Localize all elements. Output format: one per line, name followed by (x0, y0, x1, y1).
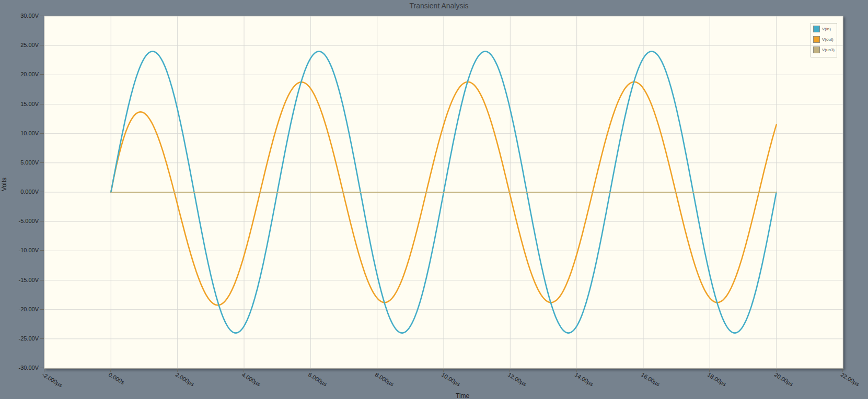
y-tick-mark (40, 45, 44, 45)
legend-item-v-out-[interactable]: V(out) (813, 36, 837, 43)
x-tick-label: 18.00µs (707, 371, 727, 388)
legend-item-v-in-[interactable]: V(in) (813, 26, 837, 32)
y-tick-mark (40, 221, 44, 221)
x-tick-label: -2.000µs (41, 371, 64, 388)
x-tick-label: 4.000µs (241, 371, 262, 388)
y-tick-label: 10.00V (0, 130, 39, 136)
x-tick-label: 2.000µs (174, 371, 195, 388)
y-tick-label: 15.00V (0, 101, 39, 107)
legend-item-v-un3-[interactable]: V(un3) (813, 46, 837, 53)
legend-swatch (813, 36, 820, 43)
y-tick-label: 25.00V (0, 42, 39, 48)
y-tick-mark (40, 192, 44, 192)
y-tick-mark (40, 162, 44, 163)
y-tick-label: -10.00V (0, 247, 39, 253)
legend-label: V(out) (822, 37, 834, 42)
y-tick-label: -20.00V (0, 306, 39, 312)
legend-label: V(un3) (822, 48, 835, 52)
y-tick-mark (40, 104, 44, 104)
x-tick-label: 6.000µs (307, 371, 328, 388)
y-tick-label: -5.000V (0, 218, 39, 224)
legend-swatch (813, 26, 820, 32)
y-tick-label: 0.000V (0, 189, 39, 195)
plot-area: V(in)V(out)V(un3) (44, 16, 843, 369)
x-axis-title: Time (456, 392, 469, 399)
x-tick-label: 12.00µs (507, 371, 528, 388)
y-tick-mark (40, 309, 44, 310)
grapher-window: { "title": "Transient Analysis", "colors… (0, 0, 868, 399)
legend-label: V(in) (822, 27, 831, 31)
chart-title: Transient Analysis (409, 2, 468, 10)
x-tick-label: 0.000s (108, 371, 125, 385)
x-tick-label: 14.00µs (573, 371, 594, 388)
x-tick-label: 22.00µs (840, 371, 861, 388)
y-tick-label: 5.000V (0, 159, 39, 166)
y-tick-mark (40, 280, 44, 280)
legend-swatch (813, 46, 820, 53)
y-tick-mark (40, 250, 44, 251)
y-tick-label: -25.00V (0, 335, 39, 342)
y-tick-mark (40, 368, 44, 368)
y-tick-mark (40, 16, 44, 16)
y-tick-label: -15.00V (0, 277, 39, 283)
y-tick-mark (40, 338, 44, 339)
y-tick-mark (40, 74, 44, 75)
x-tick-label: 20.00µs (773, 371, 794, 388)
waveform-svg (44, 16, 843, 368)
legend: V(in)V(out)V(un3) (811, 23, 837, 57)
y-tick-mark (40, 133, 44, 134)
x-tick-label: 16.00µs (640, 371, 661, 388)
y-tick-label: -30.00V (0, 365, 39, 371)
y-tick-label: 30.00V (0, 13, 39, 19)
x-tick-label: 8.000µs (374, 371, 395, 388)
y-tick-label: 20.00V (0, 71, 39, 77)
x-tick-label: 10.00µs (441, 371, 461, 388)
